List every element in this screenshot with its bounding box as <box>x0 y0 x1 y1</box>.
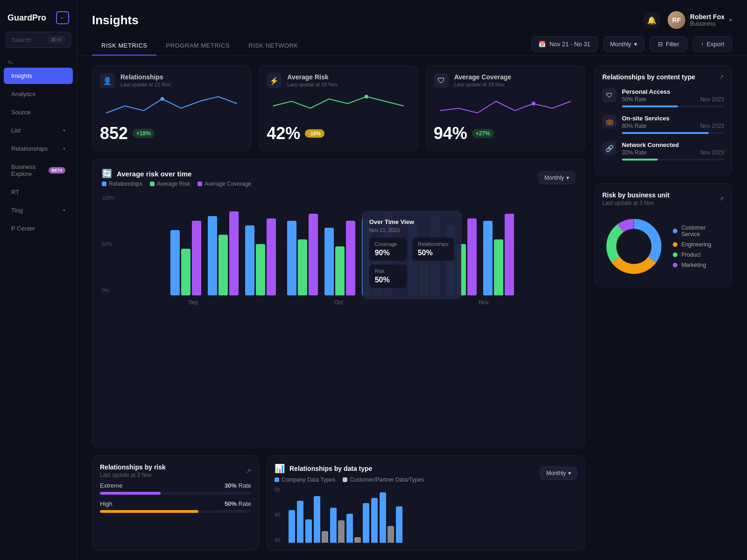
tab-program-metrics[interactable]: PROGRAM METRICS <box>156 36 239 56</box>
svg-point-0 <box>161 97 164 101</box>
svg-rect-10 <box>218 235 228 295</box>
metric-badge: -10% <box>305 129 324 138</box>
relationships-sparkline <box>100 92 243 120</box>
card-subtitle: Last update at 3 Nov <box>602 200 669 206</box>
ct-bar-bg <box>622 105 724 107</box>
left-column: 👤 Relationships Last update at 21 Nov <box>92 65 585 551</box>
chevron-down-icon: ▾ <box>566 175 569 181</box>
legend-label: Company Data Types <box>282 476 335 483</box>
svg-rect-17 <box>309 214 318 295</box>
legend-dot <box>673 242 677 247</box>
page-title: Insights <box>92 13 139 28</box>
bar-group <box>297 501 303 543</box>
card-subtitle: Last update at 3 Nov <box>100 472 166 478</box>
collapse-button[interactable]: ← <box>56 11 69 24</box>
donut-chart <box>602 214 665 279</box>
tooltip-title: Over Time View <box>369 218 454 225</box>
right-column: Relationships by content type ↗ 🛡 Person… <box>594 65 732 551</box>
user-info[interactable]: RF Robert Fox Bussiness ▾ <box>668 11 732 29</box>
metric-title: Average Risk <box>287 73 338 81</box>
bar-group <box>363 503 369 543</box>
sidebar-item-relationships[interactable]: Relationships ▾ <box>4 140 73 157</box>
bar-chart: 100% 50% 0% <box>102 193 575 295</box>
company-bar <box>330 508 337 543</box>
relationships-by-risk-card: Relationships by risk Last update at 3 N… <box>92 455 259 551</box>
chart-monthly-selector[interactable]: Monthly ▾ <box>538 171 575 184</box>
legend-label: Relationships <box>109 181 142 187</box>
sidebar-item-label: Source <box>11 109 30 116</box>
legend-marketing: Marketing <box>673 262 724 268</box>
sidebar-item-analytics[interactable]: Analytics <box>4 86 73 102</box>
legend-dot <box>673 229 677 233</box>
partner-bar <box>338 520 345 543</box>
data-chart-icon: 📊 <box>275 463 285 474</box>
sidebar-item-source[interactable]: Source <box>4 104 73 120</box>
ct-rate: 50% Rate <box>622 96 647 103</box>
personal-access-icon: 🛡 <box>602 88 616 102</box>
x-label-sep: Sep <box>188 299 198 306</box>
data-type-chart: 80 60 40 <box>275 487 577 543</box>
risk-bar-bg <box>100 492 251 495</box>
svg-rect-29 <box>467 218 477 295</box>
search-shortcut: ⌘+F <box>48 36 65 44</box>
ct-bar-bg <box>622 132 724 134</box>
ct-bar-fill <box>622 132 709 134</box>
monthly-selector[interactable]: Monthly ▾ <box>603 36 645 52</box>
svg-rect-31 <box>494 239 503 295</box>
company-bar <box>314 496 320 543</box>
svg-point-2 <box>531 102 535 105</box>
metric-subtitle: Last update at 18 Nov <box>454 82 511 87</box>
external-link-icon[interactable]: ↗ <box>719 73 724 81</box>
svg-rect-6 <box>170 230 180 295</box>
chevron-down-icon: ▾ <box>63 146 65 151</box>
network-connected-icon: 🔗 <box>602 141 616 155</box>
svg-rect-9 <box>208 216 217 295</box>
relationships-icon: 👤 <box>100 73 115 88</box>
partner-bar <box>388 526 394 543</box>
donut-chart-area: Customer Service Engineering Product <box>602 214 724 279</box>
data-type-legend: Company Data Types Customer/Partner Data… <box>275 476 424 483</box>
sidebar-item-p-center[interactable]: P Center <box>4 220 73 237</box>
notification-button[interactable]: 🔔 <box>643 12 660 28</box>
sidebar-item-business-explore[interactable]: Business Explore BETA <box>4 159 73 182</box>
x-label-oct: Oct <box>334 299 343 306</box>
average-risk-icon: ⚡ <box>267 73 282 88</box>
tabs: RISK METRICS PROGRAM METRICS RISK NETWOR… <box>92 36 308 56</box>
sidebar-item-insights[interactable]: Insights <box>4 68 73 84</box>
metric-badge: +18% <box>133 129 155 138</box>
svg-rect-11 <box>229 211 239 295</box>
chart-tooltip: Over Time View Nov 21, 2023 Coverage 90%… <box>362 211 461 299</box>
tab-risk-metrics[interactable]: RISK METRICS <box>92 36 156 56</box>
sidebar-item-list[interactable]: List ▾ <box>4 122 73 139</box>
sidebar-search[interactable]: Search ⌘+F <box>6 32 71 48</box>
chevron-down-icon: ▾ <box>63 128 65 133</box>
tabs-bar: RISK METRICS PROGRAM METRICS RISK NETWOR… <box>77 29 747 56</box>
company-bar <box>380 492 386 543</box>
legend-item-relationships: Relationships <box>102 181 142 187</box>
company-bar <box>297 501 303 543</box>
chart-legend: Relationships Average Risk Average Cover… <box>102 181 251 187</box>
tab-risk-network[interactable]: RISK NETWORK <box>239 36 307 56</box>
calendar-icon: 📅 <box>538 41 546 48</box>
external-link-icon[interactable]: ↗ <box>719 195 724 203</box>
ct-date: Nov 2023 <box>700 149 724 156</box>
metric-value: 42% -10% <box>267 124 410 143</box>
legend-label: Average Risk <box>157 181 190 187</box>
y-axis-labels: 100% 50% 0% <box>102 193 115 295</box>
card-title: Relationships by data type <box>289 465 372 472</box>
sidebar-item-ting[interactable]: Ting ▾ <box>4 202 73 218</box>
filter-button[interactable]: ⊟ Filter <box>650 36 687 52</box>
risk-bar-fill <box>100 510 198 513</box>
sidebar-item-rt[interactable]: RT <box>4 184 73 200</box>
onsite-services-icon: 💼 <box>602 115 616 129</box>
legend-item-avg-risk: Average Risk <box>150 181 190 187</box>
date-picker[interactable]: 📅 Nov 21 - No 31 <box>531 36 597 52</box>
monthly-label: Monthly <box>546 470 566 476</box>
svg-rect-18 <box>324 228 334 295</box>
chevron-down-icon: ▾ <box>634 41 637 48</box>
export-button[interactable]: ↑ Export <box>693 36 732 52</box>
external-link-icon[interactable]: ↗ <box>246 467 251 475</box>
data-type-monthly-selector[interactable]: Monthly ▾ <box>540 467 577 480</box>
tooltip-relationships: Relationships 50% <box>412 238 454 261</box>
legend-product: Product <box>673 252 724 258</box>
